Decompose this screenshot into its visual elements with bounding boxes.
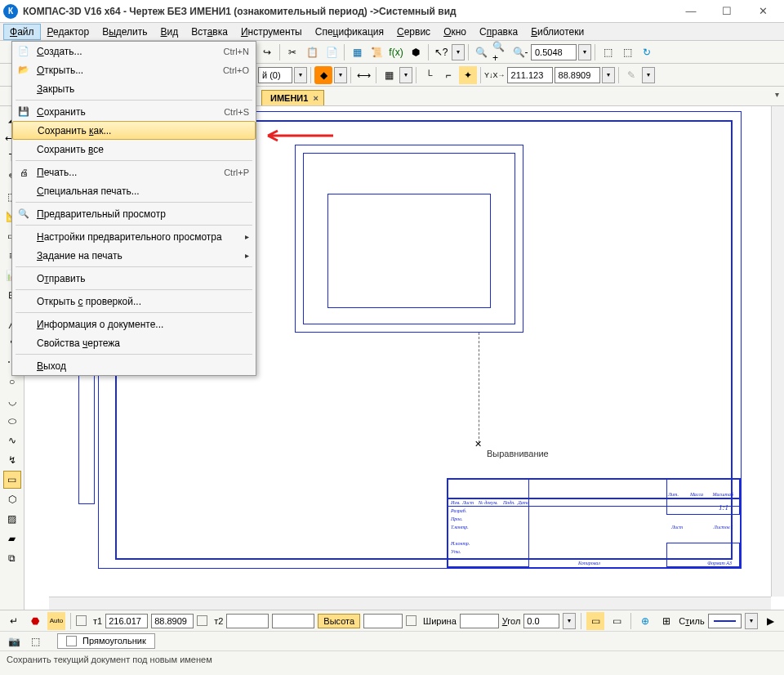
tool-copy-icon[interactable]: ⧉ — [3, 549, 21, 567]
rect-mode1-icon[interactable]: ▭ — [586, 612, 604, 630]
zoom-dropdown[interactable]: ▾ — [578, 44, 591, 60]
menu-item[interactable]: 🔍Предварительный просмотр — [12, 204, 256, 223]
t1-y-input[interactable] — [151, 614, 194, 628]
brush-dropdown[interactable]: ▾ — [642, 67, 655, 83]
tabs-dropdown-icon[interactable]: ▾ — [775, 90, 779, 99]
axes-icon[interactable]: ⊕ — [636, 612, 654, 630]
var-icon[interactable]: ⬢ — [407, 43, 425, 61]
menu-item[interactable]: 🖨Печать...Ctrl+P — [12, 163, 256, 181]
style-dropdown[interactable]: ▾ — [745, 613, 758, 629]
menu-item[interactable]: Выход — [12, 356, 256, 375]
copy-icon[interactable]: 📋 — [303, 43, 321, 61]
menu-libs[interactable]: Библиотеки — [524, 24, 590, 40]
prop-auto-icon[interactable]: Auto — [47, 612, 65, 630]
menu-help[interactable]: Справка — [473, 24, 524, 40]
color-dropdown[interactable]: ▾ — [334, 67, 347, 83]
t1-checkbox[interactable] — [76, 615, 87, 626]
menu-item[interactable]: Отправить — [12, 269, 256, 288]
menu-item[interactable]: Открыть с проверкой... — [12, 292, 256, 311]
menu-editor[interactable]: Редактор — [41, 24, 96, 40]
menu-tools[interactable]: Инструменты — [234, 24, 309, 40]
menu-item[interactable]: Настройки предварительного просмотра▸ — [12, 227, 256, 246]
prop-next-icon[interactable]: ▶ — [761, 612, 779, 630]
grid-dropdown[interactable]: ▾ — [399, 67, 412, 83]
close-button[interactable]: ✕ — [745, 0, 781, 23]
rect-mode2-icon[interactable]: ▭ — [608, 612, 626, 630]
menu-item[interactable]: Информация о документе... — [12, 315, 256, 333]
coord-y-input[interactable] — [555, 67, 600, 83]
angle-dropdown[interactable]: ▾ — [563, 613, 576, 629]
prop-cam-icon[interactable]: 📷 — [5, 633, 23, 650]
axes2-icon[interactable]: ⊞ — [657, 612, 675, 630]
zoom-value-input[interactable] — [531, 44, 577, 60]
brush-icon[interactable]: ✎ — [622, 66, 640, 84]
style-selector[interactable] — [708, 614, 742, 628]
zoom-next-icon[interactable]: ⬚ — [618, 43, 636, 61]
maximize-button[interactable]: ☐ — [709, 0, 745, 23]
menu-service[interactable]: Сервис — [390, 24, 437, 40]
layer-dropdown[interactable]: ▾ — [294, 67, 307, 83]
menu-spec[interactable]: Спецификация — [309, 24, 390, 40]
coord-dropdown[interactable]: ▾ — [602, 67, 615, 83]
t2-x-input[interactable] — [226, 614, 269, 628]
angle-input[interactable] — [523, 614, 559, 628]
width-checkbox[interactable] — [406, 615, 416, 626]
v-scrollbar[interactable] — [771, 106, 784, 597]
t2-checkbox[interactable] — [197, 615, 207, 626]
tab-close-icon[interactable]: × — [313, 93, 318, 103]
menu-item[interactable]: Сохранить как... — [12, 121, 256, 140]
tool-break-icon[interactable]: ↯ — [3, 451, 21, 469]
tool-ellipse-icon[interactable]: ⬭ — [3, 412, 21, 430]
layer-input[interactable] — [258, 67, 292, 83]
menu-item[interactable]: Задание на печать▸ — [12, 246, 256, 265]
ortho-icon[interactable]: └ — [420, 66, 438, 84]
tool-hatch-icon[interactable]: ▨ — [3, 510, 21, 528]
menu-item[interactable]: Свойства чертежа — [12, 333, 256, 352]
tool-arc-icon[interactable]: ◡ — [3, 392, 21, 410]
redo-icon[interactable]: ↪ — [258, 43, 276, 61]
tool-spline-icon[interactable]: ∿ — [3, 431, 21, 449]
tool-poly-icon[interactable]: ⬡ — [3, 490, 21, 508]
zoom-out-icon[interactable]: 🔍- — [511, 43, 529, 61]
minimize-button[interactable]: — — [673, 0, 709, 23]
paste-icon[interactable]: 📄 — [323, 43, 341, 61]
menu-item[interactable]: Сохранить все — [12, 140, 256, 159]
tool-rect-icon[interactable]: ▭ — [3, 471, 21, 489]
t1-x-input[interactable] — [105, 614, 148, 628]
snap2-icon[interactable]: ✦ — [459, 66, 477, 84]
help-dropdown[interactable]: ▾ — [452, 44, 465, 60]
snap-icon[interactable]: ⌐ — [439, 66, 457, 84]
height-input[interactable] — [363, 614, 403, 628]
menu-file[interactable]: Файл — [3, 24, 41, 40]
prop-ref-icon[interactable]: ⬚ — [26, 633, 44, 650]
scroll-icon[interactable]: 📜 — [368, 43, 385, 61]
color-icon[interactable]: ◆ — [314, 66, 332, 84]
tab-document[interactable]: ИМЕНИ1 × — [261, 90, 324, 105]
h-scrollbar[interactable] — [49, 597, 771, 610]
fx-icon[interactable]: f(x) — [387, 43, 405, 61]
prop-btn1-icon[interactable]: ↵ — [5, 612, 23, 630]
menu-item[interactable]: 💾СохранитьCtrl+S — [12, 102, 256, 121]
coord-x-input[interactable] — [507, 67, 553, 83]
menu-item[interactable]: 📄Создать...Ctrl+N — [12, 42, 256, 60]
menu-insert[interactable]: Вставка — [185, 24, 234, 40]
menu-window[interactable]: Окно — [437, 24, 473, 40]
dimension-icon[interactable]: ⟷ — [354, 66, 372, 84]
zoom-fit-icon[interactable]: 🔍 — [472, 43, 490, 61]
t2-y-input[interactable] — [272, 614, 314, 628]
zoom-prev-icon[interactable]: ⬚ — [599, 43, 617, 61]
menu-select[interactable]: Выделить — [96, 24, 154, 40]
grid-icon[interactable]: ▦ — [380, 66, 398, 84]
prop-stop-icon[interactable]: ⬣ — [26, 612, 44, 630]
cut-icon[interactable]: ✂ — [283, 43, 301, 61]
zoom-in-icon[interactable]: 🔍+ — [492, 43, 510, 61]
shape-tab[interactable]: Прямоугольник — [57, 633, 155, 650]
width-input[interactable] — [460, 614, 499, 628]
help-cursor-icon[interactable]: ↖? — [432, 43, 450, 61]
menu-item[interactable]: Закрыть — [12, 79, 256, 98]
menu-item[interactable]: Специальная печать... — [12, 181, 256, 200]
height-label[interactable]: Высота — [318, 614, 360, 628]
book-icon[interactable]: ▦ — [348, 43, 366, 61]
refresh-icon[interactable]: ↻ — [638, 43, 656, 61]
tool-fill-icon[interactable]: ▰ — [3, 530, 21, 548]
